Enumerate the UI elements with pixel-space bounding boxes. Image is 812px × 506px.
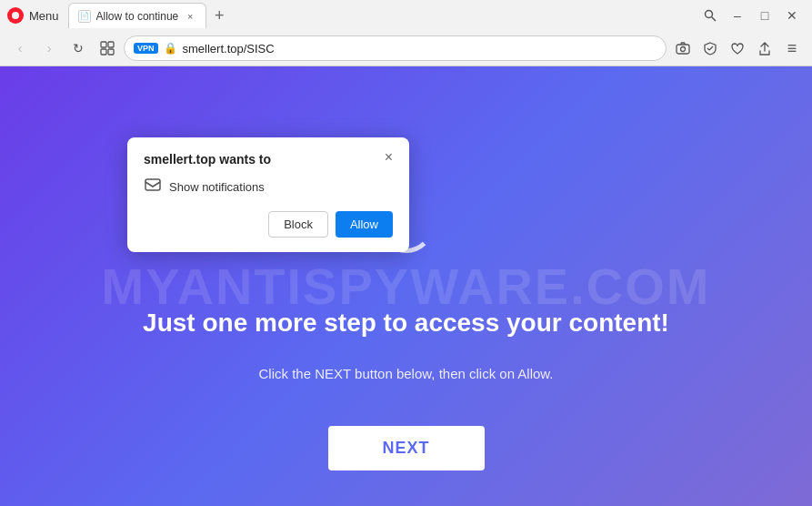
title-bar: Menu 📄 Allow to continue × + – □ ✕ — [0, 0, 812, 31]
window-controls: – □ ✕ — [697, 3, 805, 28]
forward-button[interactable]: › — [36, 35, 62, 61]
minimize-button[interactable]: – — [725, 3, 750, 28]
lock-icon: 🔒 — [164, 42, 177, 55]
maximize-button[interactable]: □ — [752, 3, 777, 28]
search-button[interactable] — [697, 3, 723, 28]
tab-favicon: 📄 — [78, 10, 91, 23]
camera-button[interactable] — [670, 35, 696, 61]
svg-point-7 — [681, 47, 686, 52]
popup-header: smellert.top wants to × — [144, 152, 393, 167]
next-button[interactable]: NEXT — [327, 426, 484, 471]
popup-title: smellert.top wants to — [144, 152, 271, 167]
active-tab[interactable]: 📄 Allow to continue × — [68, 3, 207, 28]
svg-rect-3 — [108, 42, 114, 47]
menu-button[interactable]: ≡ — [779, 35, 805, 61]
popup-actions: Block Allow — [144, 211, 393, 238]
new-tab-button[interactable]: + — [208, 5, 230, 26]
share-button[interactable] — [752, 35, 777, 61]
web-content: MYANTISPYWARE.COM Just one more step to … — [0, 66, 812, 506]
svg-line-9 — [709, 46, 713, 50]
popup-close-button[interactable]: × — [385, 150, 393, 165]
svg-rect-2 — [101, 42, 106, 47]
shield-button[interactable] — [697, 35, 723, 61]
browser-chrome: Menu 📄 Allow to continue × + – □ ✕ ‹ › ↻ — [0, 0, 812, 66]
menu-label[interactable]: Menu — [29, 9, 59, 23]
close-button[interactable]: ✕ — [779, 3, 805, 28]
notification-icon — [144, 176, 162, 198]
reload-button[interactable]: ↻ — [65, 35, 91, 61]
toolbar-icons: ≡ — [670, 35, 805, 61]
tab-title: Allow to continue — [96, 10, 179, 23]
notification-popup: smellert.top wants to × Show notificatio… — [127, 137, 409, 252]
sub-text: Click the NEXT button below, then click … — [0, 366, 812, 381]
svg-point-0 — [706, 11, 713, 18]
allow-button[interactable]: Allow — [336, 211, 393, 238]
url-bar[interactable]: VPN 🔒 smellert.top/SISC — [124, 35, 667, 61]
heart-button[interactable] — [725, 35, 750, 61]
svg-line-1 — [712, 17, 717, 22]
url-text: smellert.top/SISC — [183, 42, 657, 56]
tab-close-button[interactable]: × — [184, 10, 196, 23]
opera-logo — [7, 7, 24, 24]
svg-rect-6 — [677, 45, 689, 54]
popup-row: Show notifications — [144, 176, 393, 198]
tabs-button[interactable] — [95, 35, 120, 61]
main-heading: Just one more step to access your conten… — [0, 309, 812, 338]
back-button[interactable]: ‹ — [7, 35, 33, 61]
address-bar: ‹ › ↻ VPN 🔒 smellert.top/SISC ≡ — [0, 31, 812, 66]
tabs-area: 📄 Allow to continue × + — [68, 0, 697, 31]
block-button[interactable]: Block — [268, 211, 328, 238]
svg-rect-5 — [108, 49, 114, 55]
popup-description: Show notifications — [169, 180, 265, 194]
svg-rect-10 — [145, 179, 160, 190]
vpn-badge: VPN — [134, 43, 158, 54]
svg-rect-4 — [101, 49, 106, 55]
